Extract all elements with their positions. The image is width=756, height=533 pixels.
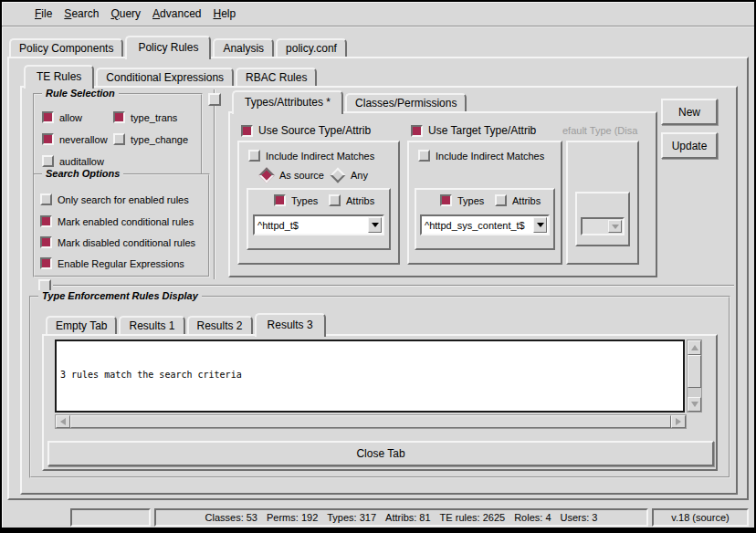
policy-version: v.18 (source) xyxy=(671,512,729,523)
new-button[interactable]: New xyxy=(661,99,718,125)
scroll-up-arrow-icon[interactable] xyxy=(688,340,701,355)
target-frame: Include Indirect Matches Types Attribs ^… xyxy=(407,141,562,265)
checkbox-icon xyxy=(40,215,52,227)
scroll-right-arrow-icon[interactable] xyxy=(671,415,686,428)
scroll-track[interactable] xyxy=(688,388,701,397)
checkbox-neverallow[interactable]: neverallow xyxy=(42,133,108,145)
menu-advanced[interactable]: Advanced xyxy=(152,7,201,20)
checkbox-auditallow[interactable]: auditallow xyxy=(42,155,104,167)
rule-selection-group: Rule Selection allow neverallow auditall… xyxy=(33,93,203,175)
tab-empty[interactable]: Empty Tab xyxy=(46,316,117,334)
checkbox-icon xyxy=(274,194,286,206)
checkbox-label: type_change xyxy=(131,134,188,145)
checkbox-type-change[interactable]: type_change xyxy=(113,133,188,145)
update-button[interactable]: Update xyxy=(661,132,718,159)
dropdown-arrow-icon[interactable] xyxy=(368,217,382,233)
radio-as-source[interactable]: As source xyxy=(259,170,324,181)
checkbox-icon xyxy=(241,125,253,137)
checkbox-label: Enable Regular Expressions xyxy=(58,258,184,269)
tab-types-attributes[interactable]: Types/Attributes * xyxy=(232,90,343,114)
checkbox-icon xyxy=(248,150,260,162)
scroll-down-arrow-icon[interactable] xyxy=(688,397,701,412)
source-type-combobox[interactable]: ^httpd_t$ xyxy=(253,214,384,235)
tab-results-1[interactable]: Results 1 xyxy=(119,316,184,334)
tab-policy-rules[interactable]: Policy Rules xyxy=(125,36,211,59)
checkbox-label: Types xyxy=(291,195,318,206)
checkbox-mark-enabled[interactable]: Mark enabled conditional rules xyxy=(40,215,194,227)
te-rules-display-title: Type Enforcement Rules Display xyxy=(38,290,202,301)
checkbox-use-source[interactable]: Use Source Type/Attrib xyxy=(241,124,371,137)
checkbox-source-indirect[interactable]: Include Indirect Matches xyxy=(248,150,374,162)
tab-classes-permissions[interactable]: Classes/Permissions xyxy=(345,93,467,111)
target-types-frame: Types Attribs ^httpd_sys_content_t$ xyxy=(415,188,555,250)
checkbox-label: Use Source Type/Attrib xyxy=(258,124,371,137)
checkbox-only-enabled[interactable]: Only search for enabled rules xyxy=(40,193,189,205)
vertical-scroll-thumb[interactable] xyxy=(688,355,701,388)
checkbox-source-attribs[interactable]: Attribs xyxy=(329,194,374,206)
menu-file[interactable]: File xyxy=(35,7,52,20)
menu-help[interactable]: Help xyxy=(213,7,236,20)
horizontal-scroll-thumb[interactable] xyxy=(70,415,671,428)
vertical-sash-handle[interactable] xyxy=(208,93,221,106)
status-version-panel: v.18 (source) xyxy=(652,508,749,527)
checkbox-type-trans[interactable]: type_trans xyxy=(113,111,177,123)
checkbox-icon xyxy=(329,194,341,206)
default-type-inner-frame xyxy=(575,192,630,246)
tab-conditional-expressions[interactable]: Conditional Expressions xyxy=(96,68,234,86)
default-type-label: efault Type (Disa xyxy=(562,125,641,136)
results-horizontal-scrollbar[interactable] xyxy=(55,414,687,429)
apol-window: File Search Query Advanced Help Policy C… xyxy=(0,0,756,533)
checkbox-icon xyxy=(40,193,52,205)
rule-selection-title: Rule Selection xyxy=(42,88,119,99)
checkbox-mark-disabled[interactable]: Mark disabled conditional rules xyxy=(40,236,195,248)
checkbox-target-attribs[interactable]: Attribs xyxy=(495,194,541,206)
checkbox-icon xyxy=(113,111,125,123)
checkbox-target-types[interactable]: Types xyxy=(440,194,484,206)
checkbox-icon xyxy=(42,155,54,167)
dropdown-arrow-icon[interactable] xyxy=(533,217,547,233)
tab-analysis[interactable]: Analysis xyxy=(213,38,274,57)
menu-search[interactable]: Search xyxy=(64,7,99,20)
tab-te-rules[interactable]: TE Rules xyxy=(24,65,94,89)
stat-users: Users: 3 xyxy=(561,512,598,523)
main-tabstrip: Policy Components Policy Rules Analysis … xyxy=(9,35,349,57)
checkbox-source-types[interactable]: Types xyxy=(274,194,318,206)
results-vertical-scrollbar[interactable] xyxy=(687,340,702,413)
checkbox-label: Types xyxy=(457,195,484,206)
combobox-value: ^httpd_t$ xyxy=(255,220,367,231)
results-summary: 3 rules match the search criteria xyxy=(60,369,679,381)
status-stats-panel: Classes: 53 Perms: 192 Types: 317 Attrib… xyxy=(154,508,648,527)
default-type-combobox xyxy=(581,217,625,235)
tab-policy-components[interactable]: Policy Components xyxy=(9,38,123,57)
checkbox-label: Mark enabled conditional rules xyxy=(58,216,194,227)
results-tabstrip: Empty Tab Results 1 Results 2 Results 3 xyxy=(46,316,328,334)
target-type-combobox[interactable]: ^httpd_sys_content_t$ xyxy=(420,214,550,235)
stat-classes: Classes: 53 xyxy=(205,512,257,523)
tab-rbac-rules[interactable]: RBAC Rules xyxy=(236,68,317,86)
source-frame: Include Indirect Matches As source Any T… xyxy=(237,141,400,265)
scroll-left-arrow-icon[interactable] xyxy=(56,415,70,428)
checkbox-label: Include Indirect Matches xyxy=(436,151,544,162)
search-options-title: Search Options xyxy=(42,168,123,179)
radio-label: As source xyxy=(279,170,324,181)
tab-results-2[interactable]: Results 2 xyxy=(187,316,253,334)
checkbox-use-target[interactable]: Use Target Type/Attrib xyxy=(411,124,536,137)
tab-results-3[interactable]: Results 3 xyxy=(255,313,326,337)
checkbox-allow[interactable]: allow xyxy=(42,111,82,123)
stat-roles: Roles: 4 xyxy=(514,512,551,523)
close-tab-button[interactable]: Close Tab xyxy=(47,441,714,466)
menu-query[interactable]: Query xyxy=(110,7,141,20)
checkbox-label: allow xyxy=(59,112,82,123)
stat-attribs: Attribs: 81 xyxy=(385,512,431,523)
checkbox-regex[interactable]: Enable Regular Expressions xyxy=(40,257,184,269)
tab-policy-conf[interactable]: policy.conf xyxy=(276,38,347,57)
radio-any[interactable]: Any xyxy=(331,170,368,181)
checkbox-icon xyxy=(42,133,54,145)
radio-icon xyxy=(259,168,275,183)
radio-label: Any xyxy=(351,170,368,181)
checkbox-icon xyxy=(411,125,423,137)
stat-perms: Perms: 192 xyxy=(267,512,318,523)
status-empty-panel xyxy=(70,508,151,527)
checkbox-target-indirect[interactable]: Include Indirect Matches xyxy=(418,150,544,162)
combobox-value: ^httpd_sys_content_t$ xyxy=(422,220,532,231)
